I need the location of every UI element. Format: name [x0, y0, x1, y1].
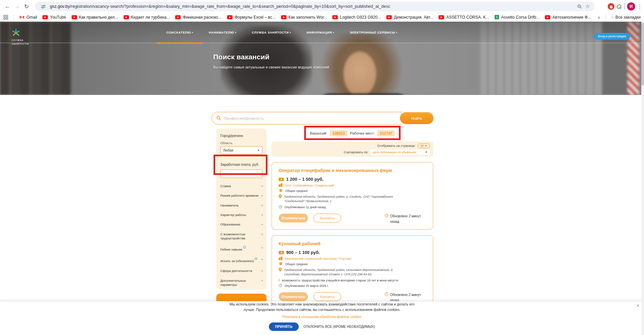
forward-icon[interactable]: →: [12, 2, 22, 11]
divider: [606, 15, 606, 20]
bookmarks-overflow-chevron[interactable]: »: [597, 15, 600, 20]
listing-controls: Отображать на странице: 10▼ Сортировать …: [272, 141, 433, 157]
chevron-down-icon: ›: [260, 271, 263, 272]
logo-asterisk-icon: [12, 28, 20, 37]
contacts-button[interactable]: Контакты: [313, 292, 341, 301]
login-button[interactable]: Вход и регистрация: [594, 33, 630, 40]
bookmark-item[interactable]: Формулы Excel – вс...: [227, 15, 275, 20]
nav-item-information[interactable]: ИНФОРМАЦИЯ▾: [307, 22, 334, 43]
profile-avatar[interactable]: И: [627, 2, 635, 11]
scrollbar-thumb[interactable]: [641, 23, 644, 85]
logo-line2: ЗАНЯТОСТИ: [12, 42, 29, 46]
filter-work-schedule[interactable]: Режим рабочего времени›: [220, 191, 262, 200]
filter-employer[interactable]: Наниматель›: [220, 201, 262, 210]
cookie-decline-button[interactable]: ОТКЛОНИТЬ ВСЕ (КРОМЕ НЕОБХОДИМЫХ): [303, 325, 375, 329]
clock-icon: [279, 205, 282, 209]
youtube-icon: [227, 15, 233, 19]
cookie-text-line2: лучше. Продолжая пользоваться сайтом, вы…: [0, 307, 644, 312]
filter-rate[interactable]: Ставка›: [220, 181, 262, 191]
chevron-down-icon: ›: [260, 214, 263, 215]
vacancy-card: Кухонный рабочий 900 – 1 100 руб. Мурова…: [272, 235, 433, 308]
bookmark-item[interactable]: Assetto Corsa Drifti...: [495, 15, 539, 20]
cookie-accept-button[interactable]: ПРИНЯТЬ: [269, 322, 299, 331]
bookmark-youtube[interactable]: YouTube: [42, 15, 66, 20]
vacancies-label: Вакансий:: [310, 131, 328, 135]
chevron-down-icon: ›: [260, 224, 263, 225]
bookmark-item[interactable]: ASSETTO CORSA. K...: [439, 15, 489, 20]
all-bookmarks-button[interactable]: Все закладки: [611, 15, 641, 20]
toolbar-right-icons: И ⋮: [608, 0, 642, 13]
cookie-policy-link[interactable]: Политика в отношении обработки файлов co…: [282, 315, 362, 319]
nav-item-employer[interactable]: НАНИМАТЕЛЮ▾: [209, 22, 236, 43]
filter-soft-skills[interactable]: Гибкие навыкиi›: [220, 243, 262, 255]
filter-education[interactable]: Образование›: [220, 220, 262, 229]
vacancy-education: Общее среднее: [285, 189, 308, 193]
bookmark-star-icon[interactable]: ☆: [584, 2, 592, 11]
vacancy-stats: Вакансий: 128023 Рабочих мест: 212747: [306, 127, 399, 139]
oblast-select[interactable]: Любая ▼: [220, 146, 262, 154]
vacancy-salary: 900 – 1 100 руб.: [286, 250, 320, 255]
browser-menu-icon[interactable]: ⋮: [637, 3, 642, 9]
contacts-button[interactable]: Контакты: [313, 214, 341, 222]
vacancy-company[interactable]: ОАО "Агрокомбинат "Скидельский": [285, 184, 335, 187]
info-icon[interactable]: i: [255, 257, 257, 260]
company-icon: [279, 257, 282, 260]
page-title: Поиск вакансий: [213, 53, 270, 61]
page-subtitle: Вы найдете самые актуальные и свежие вак…: [213, 65, 329, 69]
filter-activity-sphere[interactable]: Сфера деятельности›: [220, 266, 262, 276]
bookmark-item[interactable]: Как правильно дел...: [72, 15, 118, 20]
chevron-down-icon: ›: [260, 248, 263, 249]
reload-icon[interactable]: ↻: [22, 2, 31, 11]
site-settings-icon[interactable]: [39, 2, 47, 11]
bookmark-gmail[interactable]: Gmail: [19, 15, 37, 20]
info-icon: i: [279, 278, 280, 282]
respond-button[interactable]: Откликнуться: [279, 214, 308, 222]
education-icon: [279, 262, 283, 265]
nav-item-e-services[interactable]: ЭЛЕКТРОННЫЕ СЕРВИСЫ▾: [350, 22, 397, 43]
bookmark-item[interactable]: Автозаполнение Ф...: [545, 15, 591, 20]
info-icon[interactable]: i: [243, 246, 246, 249]
find-button[interactable]: Найти: [400, 112, 434, 124]
per-page-select[interactable]: 10▼: [418, 143, 430, 148]
vacancy-salary: 1 200 – 1 500 руб.: [286, 177, 324, 182]
chevron-down-icon: ›: [260, 280, 263, 281]
site-logo[interactable]: СЛУЖБА ЗАНЯТОСТИ: [12, 28, 29, 46]
vacancy-title[interactable]: Оператор птицефабрик и механизированных …: [279, 168, 426, 173]
extensions-puzzle-icon[interactable]: [617, 4, 622, 9]
zoom-out-icon[interactable]: [575, 2, 584, 11]
bookmarks-bar: Gmail YouTube Как правильно дел... Кидае…: [0, 13, 644, 22]
chevron-down-icon: ›: [260, 205, 263, 206]
bookmark-item[interactable]: Финишная раскокс...: [175, 15, 222, 20]
bookmark-item[interactable]: Демонстрация. Авт...: [386, 15, 433, 20]
bookmark-item[interactable]: Logitech G923 G920...: [332, 15, 381, 20]
nav-item-applicant[interactable]: СОИСКАТЕЛЮ▾: [166, 22, 193, 43]
sort-select[interactable]: дате публикации по убыванию▼: [370, 150, 430, 155]
filter-additional-params[interactable]: Дополнительные параметры›: [220, 276, 262, 290]
chevron-down-icon: ▾: [333, 32, 334, 34]
sheets-icon: [495, 15, 499, 19]
updated-clock-icon: [385, 214, 388, 224]
logo-line1: СЛУЖБА: [12, 38, 29, 42]
url-text[interactable]: gsz.gov.by/registration/vacancy-search/?…: [50, 4, 575, 9]
filters-panel: Город/регион Область Любая ▼ Заработная …: [216, 129, 266, 289]
vacancy-company[interactable]: Мурованский социальный пансионат "Спутни…: [285, 257, 352, 260]
respond-button[interactable]: Откликнуться: [279, 292, 308, 301]
vacancy-title[interactable]: Кухонный рабочий: [279, 241, 426, 246]
filter-search-period[interactable]: Искать за (обновлено)i›: [220, 255, 262, 266]
youtube-icon: [42, 15, 48, 19]
apps-grid-icon[interactable]: [3, 15, 8, 20]
salary-from-input[interactable]: [220, 170, 262, 178]
bookmark-item[interactable]: Кидает ли турбина...: [124, 15, 170, 20]
nav-item-employment-service[interactable]: СЛУЖБА ЗАНЯТОСТИ▾: [252, 22, 291, 43]
back-icon[interactable]: ←: [3, 2, 12, 11]
page-scrollbar[interactable]: [641, 22, 644, 335]
oblast-label: Область: [220, 141, 262, 145]
adblock-icon[interactable]: [608, 3, 614, 10]
vacancy-list: Оператор птицефабрик и механизированных …: [272, 162, 433, 321]
url-bar[interactable]: gsz.gov.by/registration/vacancy-search/?…: [35, 2, 594, 11]
close-icon[interactable]: ×: [637, 303, 639, 308]
filter-employment-possibility[interactable]: С возможностью трудоустройства›: [220, 230, 262, 243]
bookmark-item[interactable]: Как заполнить Wor...: [281, 15, 327, 20]
location-pin-icon: [279, 194, 282, 198]
filter-work-nature[interactable]: Характер работы›: [220, 210, 262, 220]
